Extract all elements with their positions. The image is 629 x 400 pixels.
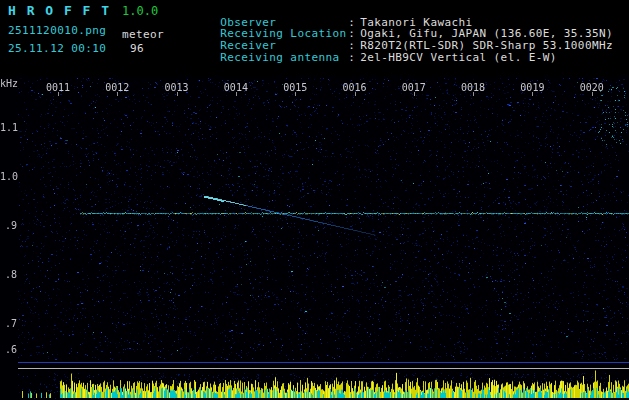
app-version: 1.0.0 xyxy=(122,4,158,18)
freq-axis-label: .6 xyxy=(0,344,17,355)
time-axis-label: 0018 xyxy=(458,82,488,93)
output-filename: 2511120010.png xyxy=(8,24,106,37)
mode-label: meteor xyxy=(122,28,164,41)
echo-count: 96 xyxy=(130,42,144,55)
freq-axis-label: .7 xyxy=(0,318,17,329)
info-value: 2el-HB9CV Vertical (el. E-W) xyxy=(360,51,557,64)
info-colon: : xyxy=(348,51,355,64)
freq-axis-label: .8 xyxy=(0,269,17,280)
info-line-antenna: Receiving antenna:2el-HB9CV Vertical (el… xyxy=(178,41,557,74)
freq-axis-unit-label: kHz xyxy=(0,78,18,89)
time-axis-label: 0020 xyxy=(577,82,607,93)
time-axis-label: 0019 xyxy=(517,82,547,93)
freq-axis-label: 1.0 xyxy=(0,171,17,182)
time-axis-label: 0014 xyxy=(221,82,251,93)
frame-timestamp: 25.11.12 00:10 xyxy=(8,42,106,55)
freq-axis-label: 1.1 xyxy=(0,122,17,133)
spectrogram-canvas xyxy=(0,76,629,400)
time-axis-label: 0015 xyxy=(280,82,310,93)
spectrogram-area: kHz 001100120013001400150016001700180019… xyxy=(0,76,629,400)
app-title: H R O F F T xyxy=(8,3,111,18)
time-axis-label: 0011 xyxy=(43,82,73,93)
time-axis-label: 0017 xyxy=(399,82,429,93)
time-axis-label: 0012 xyxy=(102,82,132,93)
hrofft-window: H R O F F T 1.0.0 2511120010.png meteor … xyxy=(0,0,629,400)
freq-axis-label: .9 xyxy=(0,220,17,231)
info-label: Receiving antenna xyxy=(220,52,348,63)
time-axis-label: 0016 xyxy=(340,82,370,93)
time-axis-label: 0013 xyxy=(162,82,192,93)
